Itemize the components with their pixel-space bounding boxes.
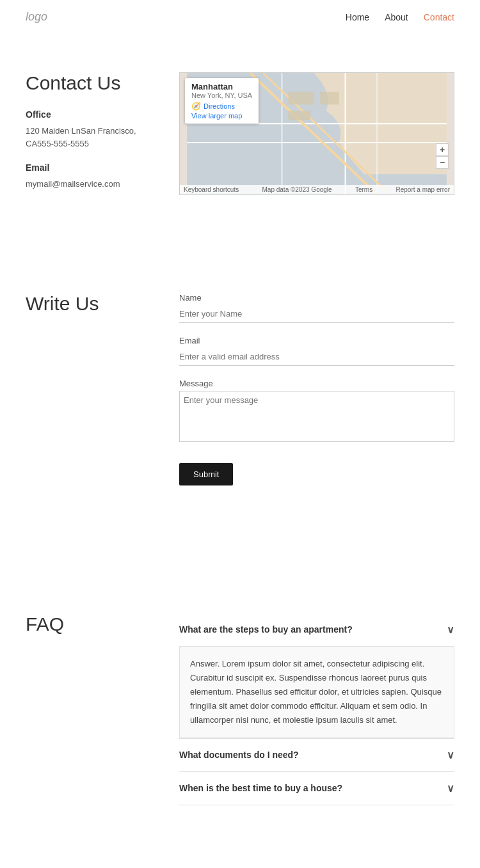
map-keyboard-shortcuts: Keyboard shortcuts (184, 186, 239, 193)
svg-rect-10 (288, 111, 310, 120)
faq-title-col: FAQ (26, 613, 154, 805)
faq-item-3: When is the best time to buy a house? ∨ (179, 772, 454, 805)
email-label: Email (26, 162, 154, 173)
write-us-submit-button[interactable]: Submit (179, 463, 233, 485)
map-overlay: Manhattan New York, NY, USA 🧭 Directions… (185, 78, 259, 123)
faq-question-3[interactable]: When is the best time to buy a house? ∨ (179, 772, 454, 805)
view-larger-map-link[interactable]: View larger map (191, 112, 252, 120)
contact-title: Contact Us (26, 72, 154, 94)
nav-home[interactable]: Home (346, 12, 369, 22)
faq-chevron-1-icon: ∨ (447, 624, 454, 636)
logo: logo (26, 10, 47, 24)
write-us-title-col: Write Us (26, 293, 154, 485)
nav-about[interactable]: About (385, 12, 408, 22)
map-embed: Manhattan New York, NY, USA 🧭 Directions… (179, 72, 454, 195)
name-label: Name (179, 293, 454, 303)
map-controls: + − (436, 143, 449, 169)
faq-question-2-text: What documents do I need? (179, 750, 299, 760)
map-directions: 🧭 Directions (191, 102, 252, 111)
name-group: Name (179, 293, 454, 323)
map-zoom-out[interactable]: − (436, 156, 449, 169)
map-terms: Terms (355, 186, 372, 193)
faq-question-1[interactable]: What are the steps to buy an apartment? … (179, 613, 454, 646)
write-us-title: Write Us (26, 293, 154, 315)
faq-title: FAQ (26, 613, 154, 635)
faq-chevron-2-icon: ∨ (447, 749, 454, 761)
faq-question-2[interactable]: What documents do I need? ∨ (179, 739, 454, 771)
navbar: logo Home About Contact (0, 0, 480, 34)
faq-question-1-text: What are the steps to buy an apartment? (179, 624, 353, 635)
contact-form: Name Email Message Submit (179, 293, 454, 485)
faq-items: What are the steps to buy an apartment? … (179, 613, 454, 805)
nav-contact[interactable]: Contact (424, 12, 454, 22)
contact-section: Contact Us Office 120 Maiden LnSan Franc… (0, 34, 480, 229)
svg-rect-8 (288, 92, 314, 105)
directions-link[interactable]: Directions (204, 102, 235, 110)
map-zoom-in[interactable]: + (436, 143, 449, 156)
map-container: Manhattan New York, NY, USA 🧭 Directions… (179, 72, 454, 203)
contact-email: mymail@mailservice.com (26, 178, 154, 191)
faq-section: FAQ What are the steps to buy an apartme… (0, 562, 480, 844)
map-footer: Keyboard shortcuts Map data ©2023 Google… (180, 185, 454, 194)
nav-links: Home About Contact (346, 12, 454, 22)
map-report: Report a map error (396, 186, 450, 193)
map-location-sub: New York, NY, USA (191, 91, 252, 99)
name-input[interactable] (179, 305, 454, 323)
message-label: Message (179, 379, 454, 388)
faq-chevron-3-icon: ∨ (447, 782, 454, 794)
office-address: 120 Maiden LnSan Francisco, CA555-555-55… (26, 125, 154, 150)
email-group: Email (179, 336, 454, 366)
office-label: Office (26, 109, 154, 120)
message-textarea[interactable] (179, 391, 454, 442)
email-input[interactable] (179, 348, 454, 366)
message-group: Message (179, 379, 454, 444)
map-location-name: Manhattan (191, 82, 252, 91)
faq-question-3-text: When is the best time to buy a house? (179, 783, 342, 793)
directions-icon: 🧭 (191, 102, 201, 111)
contact-info: Contact Us Office 120 Maiden LnSan Franc… (26, 72, 154, 203)
faq-answer-1: Answer. Lorem ipsum dolor sit amet, cons… (179, 646, 454, 738)
email-label: Email (179, 336, 454, 345)
faq-item-2: What documents do I need? ∨ (179, 739, 454, 772)
write-us-section: Write Us Name Email Message Submit (0, 255, 480, 511)
svg-rect-9 (320, 92, 339, 105)
faq-item-1: What are the steps to buy an apartment? … (179, 613, 454, 739)
map-data-info: Map data ©2023 Google (262, 186, 332, 193)
